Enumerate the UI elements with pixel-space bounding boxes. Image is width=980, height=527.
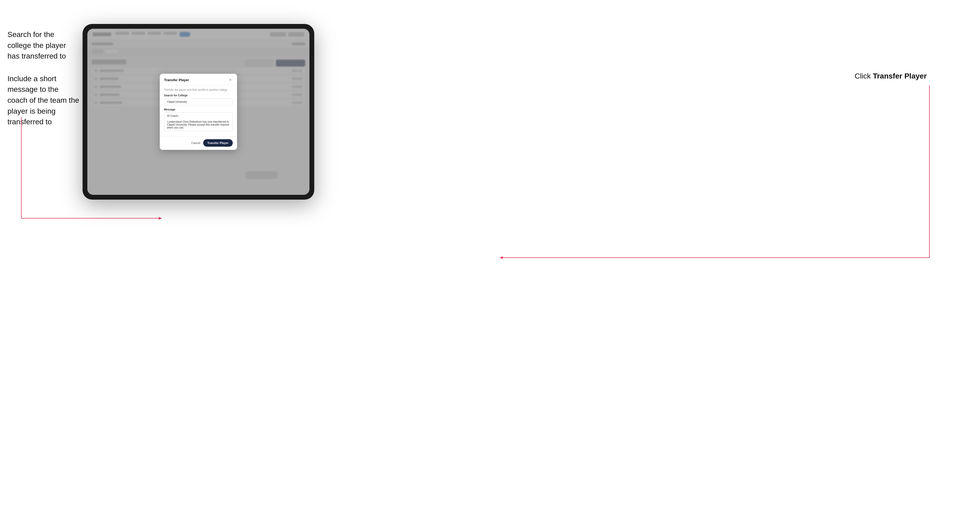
message-textarea[interactable]: Hi Coach, I understand Chris Robertson h… [164, 112, 233, 131]
modal-header: Transfer Player × [160, 74, 237, 85]
annotation-right-prefix: Click [854, 72, 873, 80]
svg-marker-2 [159, 217, 162, 220]
modal-body: Transfer the player and their profile to… [160, 85, 237, 136]
svg-marker-5 [500, 256, 503, 259]
annotation-left: Search for the college the player has tr… [8, 29, 80, 139]
search-college-input[interactable] [164, 98, 233, 105]
annotation-right-bold: Transfer Player [873, 72, 927, 80]
close-icon[interactable]: × [228, 78, 233, 82]
transfer-player-button[interactable]: Transfer Player [203, 139, 233, 147]
modal-overlay: Transfer Player × Transfer the player an… [88, 29, 309, 195]
modal-subtitle: Transfer the player and their profile to… [164, 88, 233, 91]
annotation-text-2: Include a short message to the coach of … [8, 73, 80, 127]
message-label: Message [164, 108, 233, 111]
tablet-screen: Transfer Player × Transfer the player an… [88, 29, 309, 195]
tablet-frame: Transfer Player × Transfer the player an… [83, 24, 314, 200]
annotation-right: Click Transfer Player [854, 72, 927, 80]
search-college-label: Search for College [164, 94, 233, 97]
transfer-player-modal: Transfer Player × Transfer the player an… [160, 74, 237, 150]
modal-footer: Cancel Transfer Player [160, 136, 237, 150]
cancel-button[interactable]: Cancel [191, 141, 200, 144]
modal-title: Transfer Player [164, 78, 189, 82]
annotation-text-1: Search for the college the player has tr… [8, 29, 80, 62]
